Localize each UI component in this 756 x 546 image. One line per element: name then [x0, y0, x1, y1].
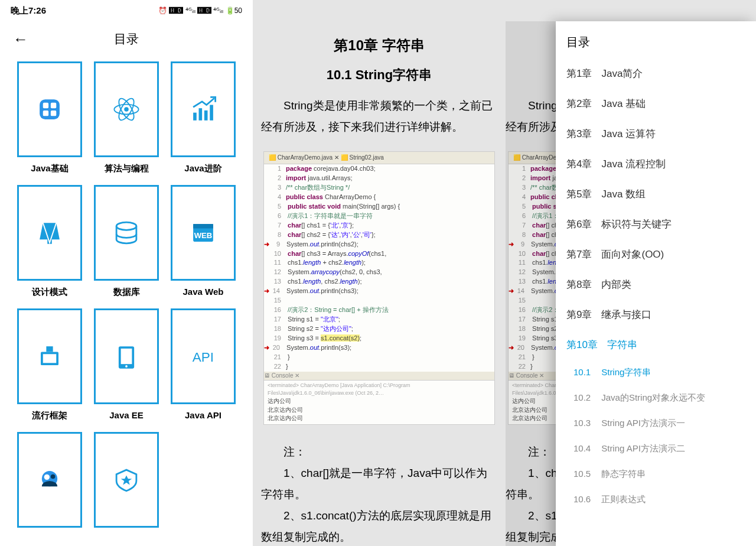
svg-text:API: API	[193, 350, 214, 365]
svg-rect-11	[204, 110, 208, 121]
svg-rect-1	[43, 103, 48, 108]
svg-rect-4	[51, 110, 56, 116]
card-icon	[17, 185, 82, 281]
card-label: Java API	[185, 410, 221, 420]
svg-rect-10	[199, 108, 203, 121]
toc-section[interactable]: 10.1String字符串	[556, 360, 756, 385]
card-icon	[94, 432, 159, 528]
toc-section[interactable]: 10.6正则表达式	[556, 487, 756, 512]
editor-tabs: 🟨 CharArrayDemo.java ✕ 🟨 String02.java	[264, 152, 494, 165]
card-icon	[171, 61, 236, 157]
svg-point-26	[44, 474, 50, 480]
card-label: 数据库	[113, 287, 140, 298]
category-card[interactable]: Java进阶	[168, 61, 239, 174]
toc-chapter[interactable]: 第8章内部类	[556, 269, 756, 300]
console-output: <terminated> CharArrayDemo [Java Applica…	[264, 380, 494, 424]
page-title: 目录	[13, 31, 240, 47]
card-label: Java Web	[183, 287, 224, 297]
toc-section[interactable]: 10.4String API方法演示二	[556, 436, 756, 462]
catalog-screen: 晚上7:26 ⏰ 🅷🅳 ⁴ᴳᵢₗₗ 🅷🅳 ⁴ᴳᵢₗₗ 🔋50 ← 目录 Java…	[0, 0, 253, 546]
toc-chapter[interactable]: 第9章继承与接口	[556, 300, 756, 330]
card-icon	[17, 308, 82, 404]
card-icon: API	[171, 308, 236, 404]
category-card[interactable]: Java基础	[14, 61, 85, 174]
card-icon	[94, 185, 159, 281]
svg-text:WEB: WEB	[194, 231, 213, 240]
toc-drawer-screen: 第10章 字符串 10.1 String字符串 String类是使用非常频繁的一…	[506, 0, 756, 546]
note-2: 2、s1.concat()方法的底层实现原理就是用数组复制完成的。	[261, 505, 497, 546]
category-card[interactable]: 算法与编程	[91, 61, 162, 174]
category-card[interactable]: 流行框架	[14, 308, 85, 421]
category-card[interactable]: 设计模式	[14, 185, 85, 298]
console-header: 🖥 Console ✕	[264, 372, 494, 381]
category-card[interactable]	[91, 432, 162, 534]
category-grid: Java基础算法与编程Java进阶设计模式数据库WEBJava Web流行框架J…	[0, 57, 253, 538]
svg-rect-2	[51, 103, 56, 108]
svg-point-23	[125, 365, 128, 368]
svg-rect-19	[43, 354, 57, 363]
svg-rect-3	[43, 110, 48, 116]
toc-chapter[interactable]: 第10章字符串	[556, 330, 756, 360]
status-time: 晚上7:26	[11, 5, 46, 17]
document[interactable]: 第10章 字符串 10.1 String字符串 String类是使用非常频繁的一…	[253, 21, 506, 546]
category-card[interactable]: 数据库	[91, 185, 162, 298]
category-card[interactable]: APIJava API	[168, 308, 239, 421]
chapter-title: 第10章 字符串	[261, 32, 497, 59]
svg-rect-20	[46, 346, 53, 352]
svg-rect-22	[121, 349, 132, 364]
toc-chapter[interactable]: 第6章标识符与关键字	[556, 209, 756, 239]
card-label: Java EE	[109, 410, 144, 420]
toc-chapter[interactable]: 第7章面向对象(OO)	[556, 239, 756, 269]
note-1: 1、char[]就是一串字符，Java中可以作为字符串。	[261, 463, 497, 505]
toc-chapter[interactable]: 第2章Java 基础	[556, 89, 756, 119]
svg-point-5	[124, 107, 129, 112]
toc-drawer[interactable]: 目录 第1章Java简介第2章Java 基础第3章Java 运算符第4章Java…	[556, 21, 756, 546]
svg-rect-0	[40, 99, 60, 119]
svg-rect-16	[193, 224, 213, 229]
category-card[interactable]: WEBJava Web	[168, 185, 239, 298]
status-icons: ⏰ 🅷🅳 ⁴ᴳᵢₗₗ 🅷🅳 ⁴ᴳᵢₗₗ 🔋50	[158, 6, 242, 15]
card-icon	[17, 432, 82, 528]
toc-section[interactable]: 10.3String API方法演示一	[556, 411, 756, 436]
card-label: 设计模式	[32, 287, 67, 298]
note-heading: 注：	[261, 441, 497, 463]
svg-point-27	[51, 474, 56, 479]
toc-chapter[interactable]: 第5章Java 数组	[556, 179, 756, 209]
intro-text: String类是使用非常频繁的一个类，之前已经有所涉及，接下来我们进行详绅讲解。	[261, 95, 497, 138]
toc-chapter[interactable]: 第4章Java 流程控制	[556, 149, 756, 179]
code-screenshot: 🟨 CharArrayDemo.java ✕ 🟨 String02.java 1…	[263, 151, 495, 425]
card-label: 流行框架	[32, 410, 67, 421]
card-icon: WEB	[171, 185, 236, 281]
status-bar: 晚上7:26 ⏰ 🅷🅳 ⁴ᴳᵢₗₗ 🅷🅳 ⁴ᴳᵢₗₗ 🔋50	[0, 0, 253, 21]
card-label: Java进阶	[184, 163, 221, 174]
card-label: Java基础	[31, 163, 68, 174]
card-label: 算法与编程	[105, 163, 149, 174]
card-icon	[94, 61, 159, 157]
toc-section[interactable]: 10.5静态字符串	[556, 462, 756, 487]
toc-chapter[interactable]: 第1章Java简介	[556, 58, 756, 89]
toc-chapter[interactable]: 第3章Java 运算符	[556, 119, 756, 149]
svg-point-14	[116, 222, 136, 230]
category-card[interactable]: Java EE	[91, 308, 162, 421]
toc-section[interactable]: 10.2Java的String对象永远不变	[556, 385, 756, 411]
reader-screen: 第10章 字符串 10.1 String字符串 String类是使用非常频繁的一…	[253, 0, 506, 546]
category-card[interactable]	[14, 432, 85, 534]
nav-bar: ← 目录	[0, 21, 253, 57]
toc-title: 目录	[556, 21, 756, 58]
card-icon	[94, 308, 159, 404]
card-icon	[17, 61, 82, 157]
svg-rect-9	[193, 113, 197, 121]
svg-rect-12	[210, 105, 213, 121]
section-title: 10.1 String字符串	[261, 63, 497, 87]
